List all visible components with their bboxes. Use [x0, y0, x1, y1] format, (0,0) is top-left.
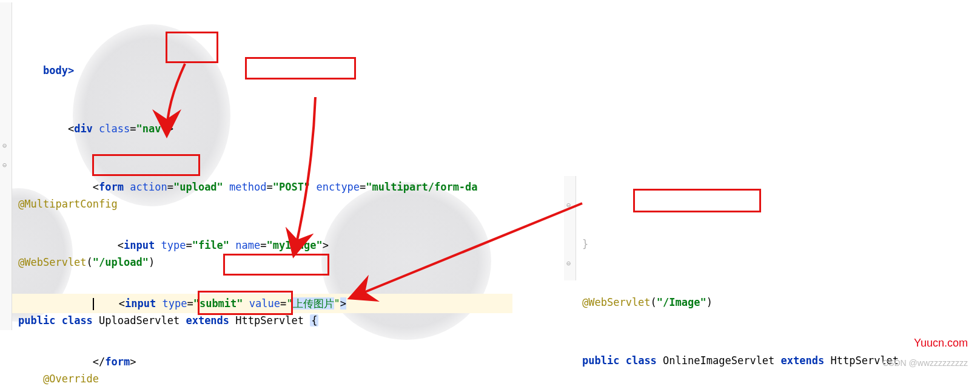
- servlet-path-string: "/Image": [657, 296, 706, 308]
- code-line: @Override: [0, 369, 512, 386]
- gutter-marker-icon: ⊖: [2, 136, 7, 155]
- gutter-marker-icon: ⊖: [2, 155, 7, 175]
- gutter-marker-icon: ⊖: [566, 195, 571, 215]
- watermark-csdn: CSDN @wwzzzzzzzzz: [882, 358, 968, 368]
- java-upload-code-block: ⊖ ⊖ @MultipartConfig @WebServlet("/uploa…: [0, 136, 512, 386]
- code-line: public class UploadServlet extends HttpS…: [0, 311, 512, 330]
- text: body>: [43, 64, 74, 76]
- code-line: @WebServlet("/upload"): [0, 252, 512, 272]
- java-image-code-block: ⊖ ⊖ } @WebServlet("/Image") public class…: [564, 176, 976, 386]
- code-line: @WebServlet("/Image"): [564, 293, 976, 312]
- code-line: }: [564, 234, 976, 254]
- watermark-yuucn: Yuucn.com: [914, 337, 968, 350]
- servlet-path-string: "/upload": [93, 256, 149, 268]
- gutter-marker-icon: ⊖: [566, 254, 571, 273]
- code-line: body>: [0, 61, 512, 80]
- code-line: @MultipartConfig: [0, 194, 512, 214]
